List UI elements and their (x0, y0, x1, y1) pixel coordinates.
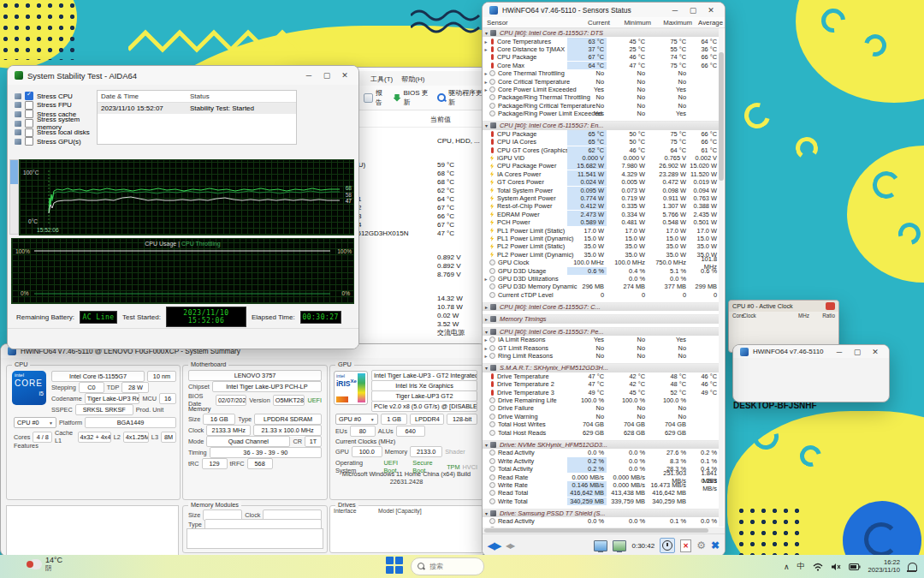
weather-widget[interactable]: 14°C 阴 (29, 557, 62, 572)
hwinfo-main-titlebar[interactable]: HWiNFO64 v7.46-5110 ─ ▢ ✕ (733, 345, 889, 358)
sensor-group-header[interactable]: ▸Memory Timings (483, 314, 719, 323)
stress-option[interactable]: Stress CPU (15, 92, 97, 101)
sensor-row[interactable]: Read Total416,642 MB413,438 MB416,642 MB (483, 489, 719, 497)
sensor-row[interactable]: ▸IA Limit ReasonsYesNoYes (483, 336, 719, 343)
close-icon[interactable]: ✕ (868, 346, 882, 358)
maximize-icon[interactable]: ▢ (320, 69, 334, 81)
sensor-row[interactable]: ▸Core Power Limit ExceededYesNoYes (483, 86, 719, 93)
close-icon[interactable]: ✕ (338, 69, 352, 81)
sensor-group-header[interactable]: ▾S.M.A.R.T.: SKHynix_HFM512GD3H... (483, 363, 719, 372)
close-sensors-icon[interactable]: ✖ (711, 539, 720, 551)
log-row[interactable]: 2023/11/10 15:52:07Stability Test: Start… (98, 103, 296, 114)
sensor-row[interactable]: PL2 Power Limit (Dynamic)35.0 W35.0 W35.… (483, 251, 719, 259)
sensor-row[interactable]: Write Rate0.146 MB/s0.000 MB/s16.473 MB/… (483, 481, 719, 489)
sensor-row[interactable]: ▸Core Temperatures63 °C45 °C75 °C64 °C (483, 37, 719, 45)
sensor-row[interactable]: Total System Power0.095 W0.073 W0.098 W0… (483, 186, 719, 194)
sensor-row[interactable]: ▸Core Critical TemperatureNoNoNo (483, 77, 719, 85)
gpu-selector-dropdown[interactable]: GPU #0▼ (335, 414, 378, 425)
sensor-row[interactable]: System Agent Power0.774 W0.719 W0.911 W0… (483, 194, 719, 202)
sensor-row[interactable]: EDRAM Power2.473 W0.334 W5.766 W2.435 W (483, 211, 719, 218)
tray-chevron-icon[interactable]: ∧ (784, 563, 790, 571)
sensor-row[interactable]: Drive WarningNoNoNo (483, 413, 719, 420)
stress-option[interactable]: Stress GPU(s) (15, 137, 97, 146)
sensor-row[interactable]: ▸Ring Limit ReasonsNoNoNo (483, 352, 719, 360)
sensor-row[interactable]: Total Host Writes704 GB704 GB704 GB (483, 420, 719, 428)
sensor-row[interactable]: Package/Ring Critical TemperatureNoNoNo (483, 102, 719, 110)
minimize-icon[interactable]: ─ (668, 4, 682, 16)
sensor-row[interactable]: Drive Remaining Life100.0 %100.0 %100.0 … (483, 396, 719, 404)
sensor-row[interactable]: PCH Power0.589 W0.481 W0.548 W0.501 W (483, 218, 719, 226)
graph-scrollbar[interactable] (9, 159, 19, 235)
sensor-row[interactable]: ▸Core Distance to TjMAX37 °C25 °C55 °C36… (483, 45, 719, 53)
stress-option[interactable]: Stress local disks (15, 128, 97, 137)
checkbox[interactable] (25, 137, 33, 146)
sensor-row[interactable]: IA Cores Power11.541 W4.329 W23.289 W11.… (483, 170, 719, 178)
sensor-row[interactable]: ▸GT Limit ReasonsNoNoNo (483, 343, 719, 351)
sensor-row[interactable]: ▸Core Thermal ThrottlingNoNoNo (483, 69, 719, 77)
stop-logging-icon[interactable] (680, 539, 691, 552)
sensor-row[interactable]: Drive FailureNoNoNo (483, 404, 719, 412)
sensor-row[interactable]: GPU D3D Usage0.6 %0.4 %5.1 %0.6 % (483, 266, 719, 274)
sensor-group-header[interactable]: ▾Drive: Samsung PSSD T7 Shield (S... (483, 509, 719, 517)
sensor-row[interactable]: iGPU VID0.000 V0.000 V0.765 V0.002 V (483, 154, 719, 162)
sensor-row[interactable]: Current cTDP Level0000 (483, 291, 719, 299)
sensor-row[interactable]: Drive Temperature 349 °C45 °C52 °C49 °C (483, 388, 719, 396)
input-method-indicator[interactable]: 中 (797, 561, 805, 572)
sensor-group-header[interactable]: ▾CPU [#0]: Intel Core i5-1155G7: En... (483, 121, 719, 129)
stress-option[interactable]: Stress FPU (15, 101, 97, 110)
checkbox[interactable] (25, 101, 33, 110)
checkbox[interactable] (25, 110, 33, 118)
secondary-arrows-icon[interactable]: ◀▶ (506, 542, 514, 550)
menu-tools[interactable]: 工具(T) (370, 74, 393, 84)
checkbox[interactable] (25, 128, 33, 137)
prev-next-arrows-icon[interactable]: ◀▶ (488, 540, 500, 551)
stress-option[interactable]: Stress system memory (15, 119, 97, 128)
sensor-group-header[interactable]: ▾CPU [#0]: Intel Core i5-1155G7: DTS (483, 28, 719, 37)
toolbar-report-button[interactable]: 报告 (364, 88, 387, 107)
sensor-row[interactable]: PL1 Power Limit (Dynamic)15.0 W15.0 W15.… (483, 235, 719, 242)
remote-monitor-icon[interactable] (594, 540, 607, 551)
sensor-row[interactable]: CPU Package65 °C50 °C75 °C66 °C (483, 130, 719, 138)
active-clock-titlebar[interactable]: CPU #0 - Active Clock (729, 301, 838, 312)
settings-gear-icon[interactable]: ⚙ (696, 539, 706, 551)
start-button[interactable] (385, 556, 406, 576)
sensor-group-header[interactable]: ▾Drive: NVMe SKHynix_HFM512GD3... (483, 440, 719, 449)
notifications-bell-icon[interactable] (908, 563, 917, 571)
sensor-row[interactable]: GPU Clock100.0 MHz100.0 MHz750.0 MHz101.… (483, 259, 719, 266)
wifi-icon[interactable] (813, 563, 823, 571)
sensors-horizontal-scrollbar[interactable] (483, 527, 725, 533)
clock-widget[interactable]: 16:22 2023/11/10 (868, 559, 900, 574)
sensor-row[interactable]: Read Rate0.000 MB/s0.000 MB/s251.903 MB/… (483, 473, 719, 480)
toolbar-bios-update-button[interactable]: BIOS 更新 (394, 88, 431, 107)
cpu-selector-dropdown[interactable]: CPU #0▼ (14, 417, 56, 428)
sensor-group-header[interactable]: ▾CPU [#0]: Intel Core i5-1155G7: Pe... (483, 327, 719, 336)
sensor-row[interactable]: Write Total340,259 MB339,759 MB340,259 M… (483, 497, 719, 504)
checkbox[interactable] (25, 92, 33, 100)
menu-help[interactable]: 帮助(H) (401, 74, 424, 84)
maximize-icon[interactable]: ▢ (686, 4, 700, 16)
sensor-row[interactable]: Package/Ring Thermal ThrottlingNoNoNo (483, 93, 719, 101)
maximize-icon[interactable]: ▢ (850, 346, 864, 358)
sensor-row[interactable]: CPU Package67 °C46 °C74 °C66 °C (483, 53, 719, 61)
checkbox[interactable] (25, 119, 33, 128)
sensor-row[interactable]: Read Activity0.0 %0.0 %27.6 %0.2 % (483, 449, 719, 456)
sensor-row[interactable]: ▸GPU D3D Utilizations0.0 %0.0 % (483, 275, 719, 283)
close-icon[interactable] (826, 302, 835, 310)
sensor-row[interactable]: Drive Temperature47 °C42 °C48 °C46 °C (483, 372, 719, 380)
sensor-row[interactable]: CPU IA Cores65 °C50 °C75 °C66 °C (483, 138, 719, 146)
sensors-titlebar[interactable]: HWiNFO64 v7.46-5110 - Sensors Status ─ ▢… (483, 3, 725, 17)
sensor-row[interactable]: Drive Temperature 247 °C42 °C48 °C46 °C (483, 380, 719, 388)
sensor-row[interactable]: Write Activity0.2 %0.0 %8.3 %0.1 % (483, 457, 719, 465)
taskbar-search[interactable] (411, 557, 484, 575)
sensor-row[interactable]: Core Max64 °C47 °C75 °C66 °C (483, 62, 719, 69)
minimize-icon[interactable]: ─ (832, 346, 846, 358)
sensor-row[interactable]: CPU GT Cores (Graphics)62 °C46 °C64 °C61… (483, 146, 719, 153)
battery-icon[interactable] (849, 563, 861, 571)
sensor-row[interactable]: Read Activity0.0 %0.0 %0.1 %0.0 % (483, 517, 719, 525)
sensor-row[interactable]: PL2 Power Limit (Static)35.0 W35.0 W35.0… (483, 242, 719, 250)
sensor-row[interactable]: GPU D3D Memory Dynamic296 MB274 MB377 MB… (483, 283, 719, 290)
sensors-vertical-scrollbar[interactable] (719, 28, 724, 527)
volume-muted-icon[interactable] (831, 563, 841, 571)
search-input[interactable] (428, 562, 465, 571)
network-sensors-icon[interactable] (613, 540, 626, 551)
